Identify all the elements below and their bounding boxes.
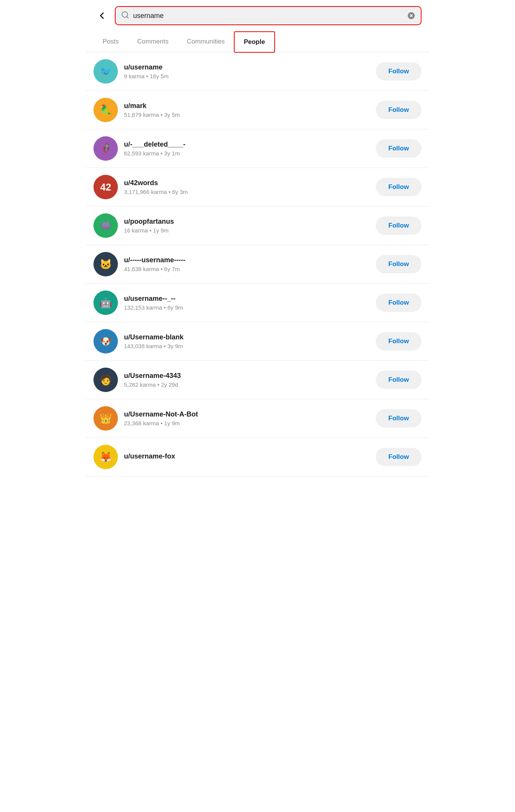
- avatar: 🦸: [93, 136, 118, 161]
- username-label: u/-___deleted____-: [124, 140, 370, 149]
- search-input[interactable]: [133, 12, 403, 20]
- avatar: 👾: [93, 213, 118, 238]
- avatar: 🦜: [93, 98, 118, 122]
- user-info: u/-___deleted____- 62,593 karma • 3y 1m: [124, 140, 370, 157]
- avatar: 🧑: [93, 368, 118, 392]
- user-info: u/username-fox: [124, 452, 370, 462]
- follow-button[interactable]: Follow: [376, 216, 422, 235]
- tab-comments[interactable]: Comments: [128, 31, 178, 52]
- search-icon: [121, 11, 129, 21]
- follow-button[interactable]: Follow: [376, 255, 422, 273]
- user-meta: 132,153 karma • 6y 9m: [124, 304, 370, 311]
- user-info: u/mark 51,879 karma • 3y 5m: [124, 102, 370, 118]
- tab-posts[interactable]: Posts: [93, 31, 128, 52]
- username-label: u/mark: [124, 102, 370, 110]
- follow-button[interactable]: Follow: [376, 332, 422, 350]
- header: [86, 0, 429, 31]
- username-label: u/poopfartanus: [124, 218, 370, 226]
- username-label: u/-----username-----: [124, 256, 370, 264]
- tab-communities[interactable]: Communities: [178, 31, 234, 52]
- user-meta: 41,638 karma • 6y 7m: [124, 266, 370, 272]
- user-info: u/username--_-- 132,153 karma • 6y 9m: [124, 295, 370, 311]
- user-info: u/42words 3,171,966 karma • 6y 3m: [124, 179, 370, 195]
- back-button[interactable]: [93, 7, 110, 24]
- list-item: 🦸 u/-___deleted____- 62,593 karma • 3y 1…: [86, 129, 429, 168]
- user-meta: 16 karma • 1y 9m: [124, 227, 370, 234]
- username-label: u/42words: [124, 179, 370, 187]
- user-info: u/username 9 karma • 16y 5m: [124, 63, 370, 79]
- user-info: u/Username-Not-A-Bot 23,368 karma • 1y 9…: [124, 410, 370, 426]
- avatar: 🤖: [93, 291, 118, 315]
- list-item: 42 u/42words 3,171,966 karma • 6y 3m Fol…: [86, 168, 429, 207]
- search-bar: [115, 6, 422, 25]
- follow-button[interactable]: Follow: [376, 294, 422, 312]
- username-label: u/Username-4343: [124, 372, 370, 380]
- list-item: 👾 u/poopfartanus 16 karma • 1y 9m Follow: [86, 207, 429, 245]
- list-item: 🐱 u/-----username----- 41,638 karma • 6y…: [86, 245, 429, 284]
- list-item: 🐶 u/Username-blank 143,038 karma • 3y 9m…: [86, 322, 429, 361]
- follow-button[interactable]: Follow: [376, 62, 422, 81]
- follow-button[interactable]: Follow: [376, 101, 422, 119]
- user-info: u/poopfartanus 16 karma • 1y 9m: [124, 218, 370, 234]
- list-item: 🦊 u/username-fox Follow: [86, 438, 429, 476]
- user-info: u/Username-blank 143,038 karma • 3y 9m: [124, 333, 370, 349]
- follow-button[interactable]: Follow: [376, 371, 422, 389]
- follow-button[interactable]: Follow: [376, 409, 422, 428]
- list-item: 🤖 u/username--_-- 132,153 karma • 6y 9m …: [86, 284, 429, 322]
- username-label: u/Username-blank: [124, 333, 370, 341]
- user-meta: 51,879 karma • 3y 5m: [124, 111, 370, 118]
- user-meta: 23,368 karma • 1y 9m: [124, 420, 370, 426]
- tab-people[interactable]: People: [234, 31, 275, 53]
- follow-button[interactable]: Follow: [376, 139, 422, 158]
- user-info: u/Username-4343 5,282 karma • 2y 29d: [124, 372, 370, 388]
- list-item: 🐦 u/username 9 karma • 16y 5m Follow: [86, 52, 429, 91]
- list-item: 🦜 u/mark 51,879 karma • 3y 5m Follow: [86, 91, 429, 129]
- user-info: u/-----username----- 41,638 karma • 6y 7…: [124, 256, 370, 272]
- clear-button[interactable]: [407, 11, 415, 20]
- username-label: u/Username-Not-A-Bot: [124, 410, 370, 418]
- list-item: 👑 u/Username-Not-A-Bot 23,368 karma • 1y…: [86, 399, 429, 438]
- svg-line-1: [127, 16, 128, 18]
- user-meta: 62,593 karma • 3y 1m: [124, 150, 370, 157]
- username-label: u/username: [124, 63, 370, 71]
- user-meta: 9 karma • 16y 5m: [124, 73, 370, 79]
- avatar: 🐱: [93, 252, 118, 276]
- user-meta: 143,038 karma • 3y 9m: [124, 343, 370, 349]
- avatar: 🦊: [93, 445, 118, 469]
- list-item: 🧑 u/Username-4343 5,282 karma • 2y 29d F…: [86, 361, 429, 399]
- user-meta: 5,282 karma • 2y 29d: [124, 381, 370, 388]
- tabs-bar: Posts Comments Communities People: [86, 31, 429, 52]
- username-label: u/username-fox: [124, 452, 370, 460]
- avatar: 🐦: [93, 59, 118, 84]
- avatar: 👑: [93, 406, 118, 431]
- user-meta: 3,171,966 karma • 6y 3m: [124, 189, 370, 195]
- avatar: 🐶: [93, 329, 118, 354]
- follow-button[interactable]: Follow: [376, 178, 422, 196]
- user-list: 🐦 u/username 9 karma • 16y 5m Follow 🦜 u…: [86, 52, 429, 476]
- username-label: u/username--_--: [124, 295, 370, 303]
- avatar: 42: [93, 175, 118, 199]
- follow-button[interactable]: Follow: [376, 448, 422, 466]
